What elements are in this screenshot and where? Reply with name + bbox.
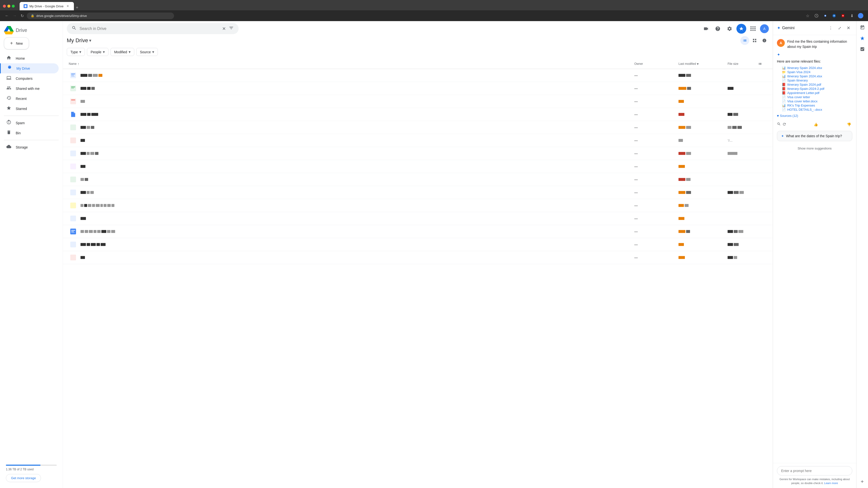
profile-button[interactable] (857, 12, 864, 19)
search-input[interactable] (80, 27, 219, 31)
table-row[interactable]: — ⋮ (63, 199, 773, 212)
table-row[interactable]: — ⋮ (63, 238, 773, 251)
file-name-cell (81, 100, 634, 103)
my-drive-title[interactable]: My Drive ▾ (67, 37, 91, 44)
fullscreen-traffic-light[interactable] (12, 5, 15, 8)
close-traffic-light[interactable] (3, 5, 6, 8)
filter-type-button[interactable]: Type ▾ (67, 48, 85, 56)
info-button[interactable] (760, 36, 769, 45)
gemini-prompt-input[interactable] (781, 469, 848, 473)
gemini-disclaimer: Gemini for Workspace can make mistakes, … (777, 478, 852, 485)
modified-column-header[interactable]: Last modified ▾ (679, 62, 727, 66)
list-view-button[interactable] (740, 36, 749, 45)
new-tab-button[interactable]: + (76, 5, 79, 10)
table-row[interactable]: — ⋮ (63, 121, 773, 134)
file-owner: — (634, 178, 679, 181)
sidebar-item-bin[interactable]: Bin (0, 128, 59, 138)
search-filter-button[interactable] (229, 26, 234, 32)
gemini-file-name: HOTEL DETAILS_-.docx (787, 108, 822, 112)
table-row[interactable]: — ⋮ (63, 108, 773, 121)
meet-button[interactable] (701, 24, 711, 34)
extension-icon-3[interactable] (831, 12, 838, 19)
tab-close-button[interactable]: ✕ (66, 4, 70, 8)
sidebar-item-computers[interactable]: Computers (0, 73, 59, 84)
sources-button[interactable]: ▾ Sources (12) (777, 114, 852, 118)
reload-button[interactable]: ↻ (20, 12, 25, 19)
search-bar[interactable]: ✕ (67, 23, 239, 34)
extension-icon-4[interactable] (839, 12, 846, 19)
sidebar-navigation: Home My Drive Computers Shared with me (0, 53, 63, 152)
table-row[interactable]: — ⋮ (63, 147, 773, 160)
grid-view-button[interactable] (750, 36, 759, 45)
url-bar[interactable]: 🔒 drive.google.com/drive/u/0/my-drive (27, 12, 174, 19)
side-tab-tasks[interactable] (858, 45, 867, 54)
gemini-file-item[interactable]: 📊 RK's Trip Expenses (782, 103, 852, 107)
table-row[interactable]: — ⋮ (63, 160, 773, 173)
downloads-button[interactable]: ⬇ (848, 12, 855, 19)
sidebar-item-recent[interactable]: Recent (0, 94, 59, 103)
filter-people-button[interactable]: People ▾ (87, 48, 108, 56)
bookmark-button[interactable]: ☆ (804, 12, 811, 19)
settings-button[interactable] (725, 24, 735, 34)
gemini-file-item[interactable]: 📕 Itinerary Spain 2024.pdf (782, 83, 852, 86)
table-row[interactable]: — ⋮ (63, 82, 773, 95)
gemini-file-item[interactable]: 📁 Spain Visa 2024 (782, 70, 852, 74)
file-modified (679, 165, 727, 168)
column-settings-button[interactable] (757, 61, 763, 67)
table-row[interactable]: — ʼ/… ⋮ (63, 134, 773, 147)
sidebar-item-spam[interactable]: Spam (0, 118, 59, 128)
file-size (727, 243, 757, 246)
thumbs-down-button[interactable]: 👎 (845, 121, 852, 128)
table-row[interactable]: — ⋮ (63, 225, 773, 238)
gemini-file-item[interactable]: 📕 Itinerary-Spain-2024-2.pdf (782, 87, 852, 91)
gemini-more-options-button[interactable]: ⋮ (827, 24, 835, 32)
extension-icon-1[interactable] (813, 12, 820, 19)
forward-button[interactable]: → (12, 12, 18, 19)
side-tab-gemini-active[interactable] (858, 34, 867, 43)
show-more-suggestions-button[interactable]: Show more suggestions (777, 144, 852, 153)
apps-button[interactable] (748, 24, 758, 34)
sidebar-item-shared[interactable]: Shared with me (0, 84, 59, 94)
gemini-file-item[interactable]: 📊 Itinerary Spain 2024.xlsx (782, 74, 852, 78)
sidebar-item-my-drive[interactable]: My Drive (0, 63, 59, 73)
get-more-storage-button[interactable]: Get more storage (6, 474, 41, 482)
gemini-file-item[interactable]: 📄 HOTEL DETAILS_-.docx (782, 108, 852, 112)
gemini-file-item[interactable]: 📄 Visa cover letter (782, 95, 852, 99)
filter-modified-button[interactable]: Modified ▾ (111, 48, 134, 56)
file-type-icon (69, 175, 78, 184)
gemini-file-item[interactable]: 📄 Visa cover letter.docx (782, 99, 852, 103)
learn-more-link[interactable]: Learn more (824, 482, 838, 485)
help-button[interactable] (713, 24, 723, 34)
side-tab-calendar[interactable] (858, 23, 867, 32)
sheets-file-icon: 📊 (782, 66, 786, 70)
table-row[interactable]: — ⋮ (63, 173, 773, 186)
table-row[interactable]: — ⋮ (63, 95, 773, 108)
gemini-file-item[interactable]: 📄 Spain Itinerary (782, 79, 852, 82)
thumbs-up-button[interactable]: 👍 (812, 121, 819, 128)
gemini-file-item[interactable]: 📊 Itinerary Spain 2024.xlsx (782, 66, 852, 70)
new-button[interactable]: + New (4, 37, 29, 49)
sidebar-item-storage[interactable]: Storage (0, 142, 59, 152)
table-row[interactable]: — 👤 ⬇ ✏ ☆ ⋮ (63, 69, 773, 82)
file-actions: ⋮ (757, 241, 767, 248)
back-button[interactable]: ← (4, 12, 10, 19)
gemini-suggestion-chip[interactable]: ✦ What are the dates of the Spain trip? (777, 131, 852, 141)
sidebar-item-starred[interactable]: Starred (0, 103, 59, 114)
gemini-expand-button[interactable]: ⤢ (836, 24, 843, 32)
search-clear-button[interactable]: ✕ (222, 26, 226, 31)
gemini-file-item[interactable]: 📕 Appointment Letter.pdf (782, 91, 852, 95)
name-column-header[interactable]: Name ↑ (69, 62, 634, 66)
filter-source-button[interactable]: Source ▾ (136, 48, 158, 56)
gemini-button[interactable] (737, 24, 746, 34)
sidebar-item-home[interactable]: Home (0, 53, 59, 63)
active-browser-tab[interactable]: My Drive - Google Drive ✕ (20, 2, 74, 10)
minimize-traffic-light[interactable] (7, 5, 10, 8)
table-row[interactable]: — ⋮ (63, 212, 773, 225)
gemini-close-button[interactable]: ✕ (844, 24, 852, 32)
side-tab-add-button[interactable]: + (858, 477, 867, 486)
table-row[interactable]: — ⋮ (63, 186, 773, 199)
extension-icon-2[interactable] (822, 12, 829, 19)
table-row[interactable]: — ⋮ (63, 251, 773, 264)
user-avatar[interactable]: A (760, 24, 769, 33)
traffic-lights (3, 5, 15, 8)
